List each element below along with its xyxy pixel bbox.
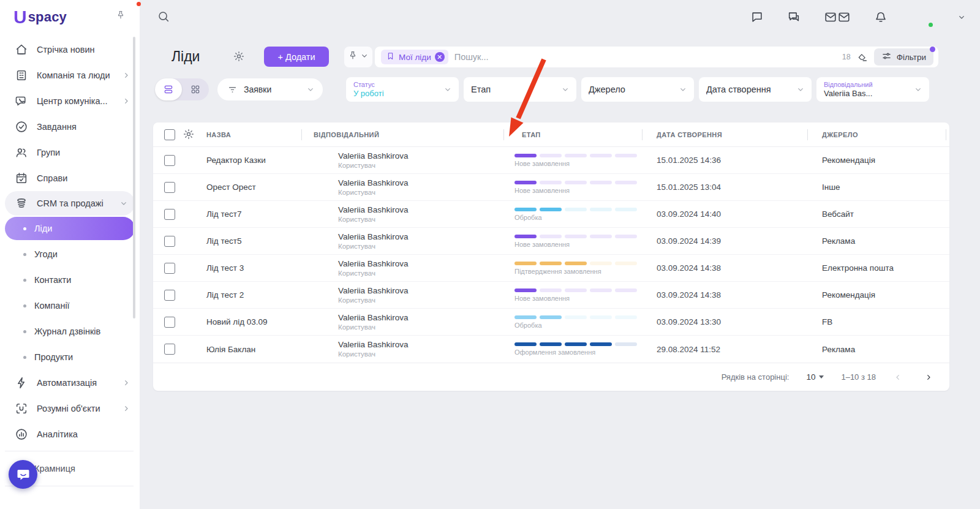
sidebar-subitem[interactable]: Журнал дзвінків	[0, 319, 140, 344]
table-row[interactable]: Новий лід 03.09 Valeriia Bashkirova Кори…	[153, 309, 949, 336]
bullet-icon	[23, 253, 26, 256]
columns-gear-icon[interactable]	[183, 128, 195, 141]
stage-label: Обробка	[514, 214, 642, 221]
mail-icon[interactable]	[824, 10, 851, 24]
table-row[interactable]: Лід тест5 Valeriia Bashkirova Користувач…	[153, 228, 949, 255]
kanban-view-button[interactable]	[182, 78, 209, 100]
responsible-name[interactable]: Valeriia Bashkirova	[338, 313, 409, 323]
lead-name[interactable]: Редактор Казки	[206, 156, 266, 165]
sidebar: U spacy Стрічка новинКомпанія та людиЦен…	[0, 0, 140, 509]
row-checkbox[interactable]	[164, 182, 175, 193]
row-checkbox[interactable]	[164, 155, 175, 166]
lead-name[interactable]: Лід тест 2	[206, 290, 244, 300]
sidebar-item[interactable]: Розумні об'єкти	[0, 396, 140, 421]
sidebar-item[interactable]: Центр комуніка...	[0, 88, 140, 114]
filter-status[interactable]: Статус У роботі	[346, 77, 459, 102]
sidebar-item[interactable]: Завдання	[0, 114, 140, 140]
sidebar-subitem[interactable]: Компанії	[0, 293, 140, 319]
previous-page-button[interactable]	[893, 372, 903, 382]
column-header[interactable]: НАЗВА	[206, 131, 231, 138]
responsible-name[interactable]: Valeriia Bashkirova	[338, 232, 409, 242]
lead-name[interactable]: Новий лід 03.09	[206, 317, 268, 326]
filter-source[interactable]: Джерело	[581, 77, 694, 102]
group-chat-icon[interactable]	[787, 10, 801, 24]
sidebar-subitem[interactable]: Ліди	[5, 217, 135, 240]
row-checkbox[interactable]	[164, 317, 175, 328]
comm-icon	[15, 94, 28, 108]
filter-created-date[interactable]: Дата створення	[699, 77, 812, 102]
stage-label: Нове замовлення	[514, 187, 642, 194]
select-all-checkbox[interactable]	[164, 129, 175, 140]
filter-responsible[interactable]: Відповідальний Valeriia Bas...	[816, 77, 929, 102]
notifications-bell-icon[interactable]	[874, 10, 888, 24]
sidebar-item-label: Центр комуніка...	[37, 96, 121, 106]
page-settings-gear-icon[interactable]	[233, 50, 245, 65]
row-checkbox[interactable]	[164, 236, 175, 247]
lead-name[interactable]: Лід тест5	[206, 236, 241, 246]
add-button[interactable]: + Додати	[264, 47, 329, 67]
entity-select[interactable]: Заявки	[217, 78, 323, 100]
responsible-role: Користувач	[338, 161, 409, 170]
rows-per-page-value: 10	[806, 372, 815, 382]
chat-icon[interactable]	[750, 10, 764, 24]
sidebar-item[interactable]: Аналітика	[0, 421, 140, 447]
responsible-name[interactable]: Valeriia Bashkirova	[338, 151, 409, 161]
row-checkbox[interactable]	[164, 344, 175, 355]
sidebar-subitem[interactable]: Продукти	[0, 344, 140, 370]
lead-name[interactable]: Юлія Баклан	[206, 345, 255, 354]
search-input[interactable]	[454, 52, 842, 62]
global-search-icon[interactable]	[157, 10, 170, 26]
rows-per-page-select[interactable]: 10	[806, 372, 824, 382]
column-header[interactable]: ДЖЕРЕЛО	[822, 131, 858, 138]
sidebar-item[interactable]: CRM та продажі	[5, 191, 135, 216]
search-bar[interactable]: Мої ліди ✕ 18 Фільтри	[375, 47, 938, 67]
next-page-button[interactable]	[924, 372, 933, 382]
list-view-button[interactable]	[155, 78, 182, 100]
responsible-name[interactable]: Valeriia Bashkirova	[338, 178, 409, 188]
sidebar-item[interactable]: Стрічка новин	[0, 37, 140, 62]
responsible-role: Користувач	[338, 188, 409, 197]
table-row[interactable]: Лід тест 2 Valeriia Bashkirova Користува…	[153, 282, 949, 309]
column-header[interactable]: ДАТА СТВОРЕННЯ	[657, 131, 722, 138]
calendar-icon	[15, 172, 28, 185]
profile-chevron-down-icon[interactable]	[957, 12, 967, 22]
user-avatar[interactable]	[911, 6, 933, 28]
table-row[interactable]: Лід тест 3 Valeriia Bashkirova Користува…	[153, 255, 949, 282]
table-row[interactable]: Редактор Казки Valeriia Bashkirova Корис…	[153, 147, 949, 174]
table-row[interactable]: Орест Орест Valeriia Bashkirova Користув…	[153, 174, 949, 201]
lead-name[interactable]: Орест Орест	[206, 183, 256, 192]
table-row[interactable]: Юлія Баклан Valeriia Bashkirova Користув…	[153, 336, 949, 363]
row-checkbox[interactable]	[164, 263, 175, 274]
lead-name[interactable]: Лід тест7	[206, 209, 241, 219]
sidebar-scrollbar[interactable]	[133, 37, 135, 319]
sidebar-item[interactable]: Справи	[0, 165, 140, 191]
sidebar-pin-icon[interactable]	[115, 10, 126, 23]
responsible-name[interactable]: Valeriia Bashkirova	[338, 205, 409, 215]
responsible-name[interactable]: Valeriia Bashkirova	[338, 286, 409, 296]
filter-stage[interactable]: Етап	[464, 77, 576, 102]
column-header[interactable]: ВІДПОВІДАЛЬНИЙ	[314, 131, 379, 138]
filters-button[interactable]: Фільтри	[874, 48, 933, 66]
column-header[interactable]: ЕТАП	[522, 131, 541, 138]
pin-filter-control[interactable]	[344, 47, 372, 67]
responsible-name[interactable]: Valeriia Bashkirova	[338, 259, 409, 269]
sidebar-item[interactable]: Групи	[0, 140, 140, 165]
row-checkbox[interactable]	[164, 209, 175, 220]
chip-close-icon[interactable]: ✕	[435, 52, 445, 62]
chevron-right-icon	[121, 70, 131, 80]
saved-view-chip-label: Мої ліди	[399, 53, 431, 62]
bullet-icon	[23, 227, 26, 230]
logo[interactable]: U spacy	[0, 0, 140, 34]
sidebar-item[interactable]: Компанія та люди	[0, 62, 140, 88]
saved-view-chip[interactable]: Мої ліди ✕	[381, 50, 448, 64]
clear-search-eraser-icon[interactable]	[857, 51, 868, 62]
sidebar-item[interactable]: Автоматизація	[0, 370, 140, 396]
row-checkbox[interactable]	[164, 290, 175, 301]
pin-icon	[347, 50, 358, 64]
sidebar-subitem[interactable]: Контакти	[0, 267, 140, 293]
lead-name[interactable]: Лід тест 3	[206, 263, 244, 273]
table-row[interactable]: Лід тест7 Valeriia Bashkirova Користувач…	[153, 201, 949, 228]
support-chat-fab[interactable]	[9, 460, 37, 489]
sidebar-subitem[interactable]: Угоди	[0, 241, 140, 267]
responsible-name[interactable]: Valeriia Bashkirova	[338, 340, 409, 350]
